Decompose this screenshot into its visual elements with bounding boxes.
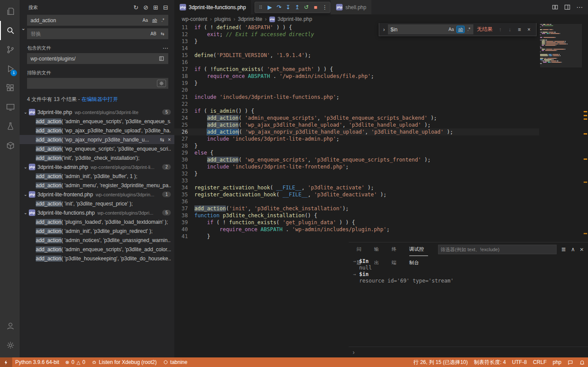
search-match-row[interactable]: add_action( 'admin_menu', 'register_3dpr…	[20, 181, 174, 190]
step-out-icon[interactable]: ↥	[292, 2, 302, 13]
close-panel-icon[interactable]: ×	[580, 246, 584, 253]
layout-icon[interactable]	[564, 4, 571, 10]
code-line[interactable]: 17if ( !function_exists( 'get_home_path'…	[174, 66, 539, 73]
source-control-icon[interactable]	[0, 40, 20, 59]
line-number[interactable]: 23	[174, 108, 194, 114]
panel-tab[interactable]: 终端	[391, 242, 399, 256]
line-number[interactable]: 38	[174, 212, 194, 219]
debug-console-input[interactable]: ›	[349, 347, 588, 357]
line-number[interactable]: 16	[174, 59, 194, 66]
line-number[interactable]: 17	[174, 66, 194, 73]
find-previous-icon[interactable]: ↑	[496, 27, 504, 33]
step-into-icon[interactable]: ↧	[283, 2, 292, 13]
code-line[interactable]: 23if ( is_admin() ) {	[174, 108, 539, 114]
restart-icon[interactable]: ↺	[302, 2, 311, 13]
code-line[interactable]: 19}	[174, 80, 539, 87]
xdebug-status[interactable]: Listen for Xdebug (root2)	[88, 357, 160, 367]
stop-icon[interactable]: ■	[311, 2, 320, 13]
feedback-icon[interactable]	[564, 357, 576, 367]
line-number[interactable]: 22	[174, 101, 194, 108]
line-number[interactable]: 28	[174, 142, 194, 149]
search-file-row[interactable]: ⌄php3dprint-lite.phpwp-content/plugins/3…	[20, 108, 174, 117]
indentation-status[interactable]: 制表符长度: 4	[471, 357, 509, 367]
files-exclude-input[interactable]	[31, 81, 157, 87]
code-line[interactable]: 20	[174, 87, 539, 94]
debug-filter-input[interactable]	[441, 247, 554, 252]
run-debug-icon[interactable]: 1	[0, 59, 20, 78]
line-number[interactable]: 13	[174, 38, 194, 45]
search-match-row[interactable]: add_action( 'init', 'p3dlite_request_pri…	[20, 199, 174, 208]
split-editor-icon[interactable]	[552, 4, 558, 10]
code-line[interactable]: 21include 'includes/3dprint-lite-functio…	[174, 94, 539, 101]
code-line[interactable]: 18 require_once ABSPATH . '/wp-admin/inc…	[174, 73, 539, 80]
search-input[interactable]	[31, 17, 140, 24]
panel-tab[interactable]: 输出	[374, 242, 381, 256]
preserve-case-icon[interactable]: AB	[149, 30, 158, 37]
extensions-icon[interactable]	[0, 78, 20, 98]
refresh-icon[interactable]: ↻	[133, 4, 139, 11]
code-line[interactable]: 31 include 'includes/3dprint-lite-fronte…	[174, 163, 539, 170]
line-number[interactable]: 29	[174, 149, 194, 156]
code-line[interactable]: 15define('P3DLITE_VERSION', '1.9.1.4');	[174, 52, 539, 59]
find-close-icon[interactable]: ×	[525, 27, 533, 33]
code-lines[interactable]: 11if ( ! defined( 'ABSPATH' ) ) {12 exit…	[174, 24, 539, 242]
line-number[interactable]: 24	[174, 114, 194, 121]
python-version-status[interactable]: Python 3.9.6 64-bit	[12, 357, 62, 367]
files-include-input[interactable]	[31, 56, 157, 62]
search-match-row[interactable]: add_action( 'admin_notices', 'p3dlite_un…	[20, 236, 174, 245]
code-line[interactable]: 35register_deactivation_hook( __FILE__, …	[174, 191, 539, 198]
code-line[interactable]: 16	[174, 59, 539, 66]
code-line[interactable]: 29else {	[174, 149, 539, 156]
code-line[interactable]: 40 require_once ABSPATH . 'wp-admin/incl…	[174, 226, 539, 233]
search-match-row[interactable]: add_action( 'admin_init', 'p3dlite_buffe…	[20, 172, 174, 181]
breadcrumb-item[interactable]: 3dprint-lite	[238, 16, 262, 22]
testing-icon[interactable]	[0, 117, 20, 136]
continue-icon[interactable]: ▶	[265, 2, 274, 13]
replace-all-icon[interactable]: ⇆	[159, 30, 166, 37]
line-number[interactable]: 27	[174, 135, 194, 142]
line-number[interactable]: 41	[174, 233, 194, 240]
language-mode-status[interactable]: php	[550, 357, 564, 367]
line-number[interactable]: 32	[174, 170, 194, 177]
search-icon[interactable]	[0, 21, 20, 40]
line-number[interactable]: 19	[174, 80, 194, 87]
toggle-search-details-icon[interactable]: ⋯	[163, 45, 168, 51]
line-number[interactable]: 37	[174, 205, 194, 212]
drag-handle-icon[interactable]: ⠿	[256, 2, 265, 13]
chevron-down-icon[interactable]: ⌄	[22, 192, 29, 197]
chevron-down-icon[interactable]: ⌄	[22, 210, 29, 215]
minimap[interactable]	[540, 24, 582, 242]
code-line[interactable]: 27 include 'includes/3dprint-lite-admin.…	[174, 135, 539, 142]
code-line[interactable]: 36	[174, 198, 539, 205]
line-number[interactable]: 11	[174, 24, 194, 31]
open-editors-only-icon[interactable]	[157, 55, 166, 62]
breadcrumb-item[interactable]: plugins	[214, 16, 231, 22]
find-input[interactable]	[391, 27, 446, 33]
find-next-icon[interactable]: ↓	[506, 27, 514, 33]
maximize-panel-icon[interactable]: ∧	[571, 246, 575, 253]
code-line[interactable]: 28}	[174, 142, 539, 149]
regex-icon[interactable]: .*	[160, 17, 166, 24]
code-line[interactable]: 38function p3dlite_check_installation() …	[174, 212, 539, 219]
tabnine-status[interactable]: tabnine	[160, 357, 190, 367]
search-match-row[interactable]: add_action( 'p3dlite_housekeeping', 'p3d…	[20, 254, 174, 263]
problems-status[interactable]: ⊗ 0 △ 0	[62, 357, 88, 367]
find-match-case-icon[interactable]: Aa	[447, 26, 455, 33]
line-number[interactable]: 25	[174, 121, 194, 128]
code-line[interactable]: 22	[174, 101, 539, 108]
breadcrumb-item[interactable]: 3dprint-lite.php	[278, 16, 312, 22]
remote-indicator[interactable]	[0, 357, 12, 367]
settings-gear-icon[interactable]	[0, 336, 20, 355]
line-number[interactable]: 12	[174, 31, 194, 38]
more-actions-icon[interactable]: ⋯	[576, 3, 583, 11]
overview-ruler[interactable]	[582, 24, 588, 242]
line-number[interactable]: 39	[174, 219, 194, 226]
tab-3dprint-lite-functions[interactable]: php 3dprint-lite-functions.php	[174, 0, 251, 14]
package-icon[interactable]	[0, 136, 20, 155]
match-case-icon[interactable]: Aa	[141, 17, 150, 24]
search-match-row[interactable]: add_action( 'admin_init', 'p3dlite_plugi…	[20, 226, 174, 236]
line-number[interactable]: 20	[174, 87, 194, 94]
find-whole-word-icon[interactable]: ab	[456, 26, 465, 33]
line-number[interactable]: 26	[174, 128, 194, 135]
replace-input[interactable]	[31, 31, 148, 37]
